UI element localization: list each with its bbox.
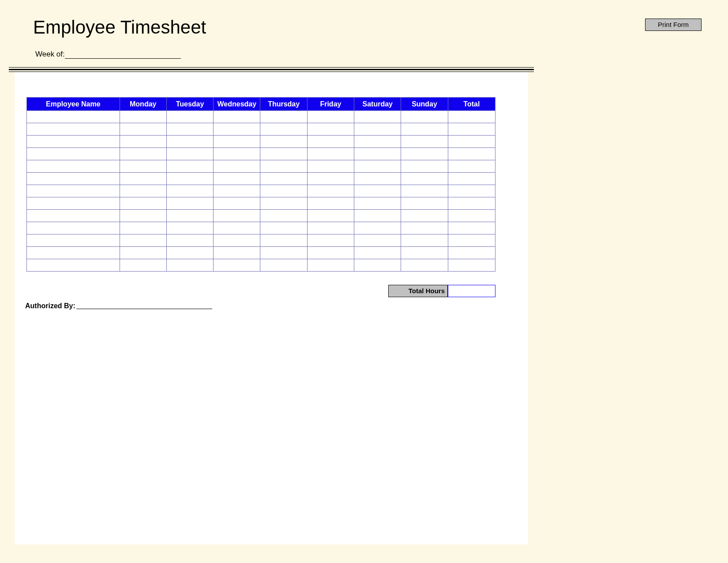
table-cell[interactable] [27,185,120,197]
table-cell[interactable] [448,160,495,173]
table-cell[interactable] [166,185,213,197]
table-cell[interactable] [307,111,354,123]
table-cell[interactable] [166,259,213,272]
table-cell[interactable] [260,160,307,173]
table-cell[interactable] [401,185,448,197]
table-cell[interactable] [120,222,166,234]
table-cell[interactable] [354,222,401,234]
table-cell[interactable] [120,234,166,247]
table-cell[interactable] [27,222,120,234]
table-cell[interactable] [401,210,448,222]
table-cell[interactable] [401,148,448,160]
table-cell[interactable] [354,148,401,160]
table-cell[interactable] [307,136,354,148]
table-cell[interactable] [214,247,260,259]
table-cell[interactable] [214,197,260,210]
table-cell[interactable] [448,123,495,136]
table-cell[interactable] [401,160,448,173]
table-cell[interactable] [448,247,495,259]
table-cell[interactable] [27,160,120,173]
table-cell[interactable] [307,173,354,185]
table-cell[interactable] [307,247,354,259]
table-cell[interactable] [354,234,401,247]
table-cell[interactable] [448,173,495,185]
table-cell[interactable] [448,234,495,247]
table-cell[interactable] [27,111,120,123]
table-cell[interactable] [354,197,401,210]
table-cell[interactable] [166,111,213,123]
table-cell[interactable] [27,197,120,210]
table-cell[interactable] [448,259,495,272]
table-cell[interactable] [214,185,260,197]
table-cell[interactable] [401,123,448,136]
table-cell[interactable] [260,136,307,148]
table-cell[interactable] [354,136,401,148]
table-cell[interactable] [354,123,401,136]
table-cell[interactable] [27,247,120,259]
table-cell[interactable] [260,234,307,247]
table-cell[interactable] [27,259,120,272]
table-cell[interactable] [120,160,166,173]
table-cell[interactable] [354,247,401,259]
table-cell[interactable] [214,210,260,222]
table-cell[interactable] [166,160,213,173]
table-cell[interactable] [166,247,213,259]
table-cell[interactable] [260,247,307,259]
table-cell[interactable] [166,136,213,148]
table-cell[interactable] [401,136,448,148]
table-cell[interactable] [166,234,213,247]
table-cell[interactable] [401,247,448,259]
table-cell[interactable] [120,210,166,222]
table-cell[interactable] [260,111,307,123]
table-cell[interactable] [307,259,354,272]
table-cell[interactable] [307,210,354,222]
table-cell[interactable] [307,160,354,173]
table-cell[interactable] [448,197,495,210]
table-cell[interactable] [354,111,401,123]
table-cell[interactable] [260,173,307,185]
print-form-button[interactable]: Print Form [645,19,702,31]
table-cell[interactable] [214,123,260,136]
table-cell[interactable] [120,111,166,123]
table-cell[interactable] [448,111,495,123]
table-cell[interactable] [214,234,260,247]
table-cell[interactable] [27,210,120,222]
table-cell[interactable] [166,197,213,210]
table-cell[interactable] [401,111,448,123]
table-cell[interactable] [260,148,307,160]
table-cell[interactable] [214,160,260,173]
table-cell[interactable] [120,247,166,259]
table-cell[interactable] [166,210,213,222]
table-cell[interactable] [307,123,354,136]
table-cell[interactable] [448,222,495,234]
table-cell[interactable] [120,173,166,185]
table-cell[interactable] [354,160,401,173]
table-cell[interactable] [401,222,448,234]
week-of-input-line[interactable] [65,58,181,59]
table-cell[interactable] [354,210,401,222]
table-cell[interactable] [354,185,401,197]
table-cell[interactable] [214,259,260,272]
table-cell[interactable] [448,185,495,197]
table-cell[interactable] [166,173,213,185]
table-cell[interactable] [260,197,307,210]
table-cell[interactable] [120,259,166,272]
table-cell[interactable] [401,197,448,210]
table-cell[interactable] [214,222,260,234]
table-cell[interactable] [214,148,260,160]
table-cell[interactable] [27,123,120,136]
table-cell[interactable] [120,185,166,197]
table-cell[interactable] [214,136,260,148]
table-cell[interactable] [307,185,354,197]
table-cell[interactable] [307,197,354,210]
table-cell[interactable] [307,148,354,160]
table-cell[interactable] [354,173,401,185]
table-cell[interactable] [307,222,354,234]
table-cell[interactable] [120,136,166,148]
table-cell[interactable] [448,148,495,160]
table-cell[interactable] [214,111,260,123]
table-cell[interactable] [166,222,213,234]
table-cell[interactable] [214,173,260,185]
authorized-by-input-line[interactable] [76,309,212,309]
table-cell[interactable] [260,259,307,272]
